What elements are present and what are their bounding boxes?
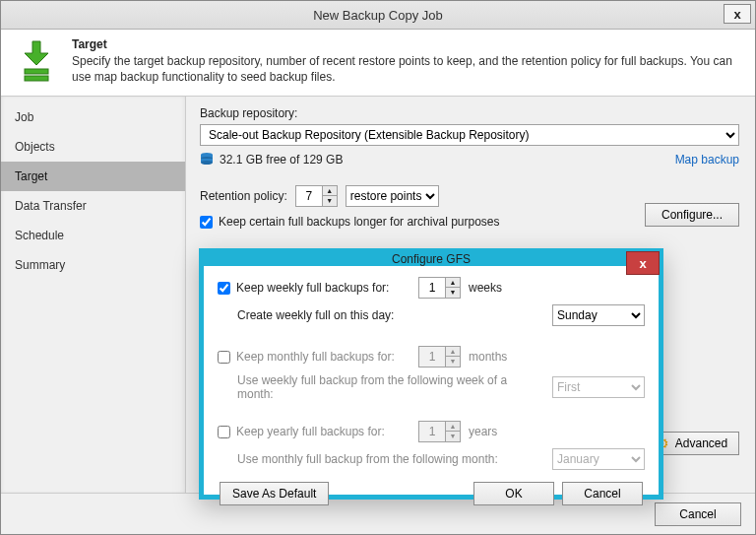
titlebar: New Backup Copy Job x — [1, 1, 755, 30]
window-close-button[interactable]: x — [724, 4, 751, 24]
gfs-save-default-button[interactable]: Save As Default — [220, 482, 329, 505]
sidebar-item-target[interactable]: Target — [1, 162, 185, 191]
spin-up-icon[interactable]: ▲ — [446, 278, 460, 288]
gfs-monthly-week-select: First — [552, 376, 645, 398]
spin-up-icon[interactable]: ▲ — [323, 186, 337, 196]
keep-full-checkbox[interactable] — [200, 216, 213, 229]
gfs-weekly-label: Keep weekly full backups for: — [236, 281, 389, 295]
sidebar-item-job[interactable]: Job — [1, 102, 185, 132]
gfs-yearly-month-select: January — [552, 448, 645, 470]
svg-rect-0 — [25, 69, 48, 74]
gfs-yearly-label: Keep yearly full backups for: — [236, 425, 385, 438]
configure-button[interactable]: Configure... — [645, 203, 739, 227]
spin-down-icon[interactable]: ▼ — [323, 196, 337, 206]
svg-point-6 — [201, 161, 213, 165]
gfs-yearly-stepper: ▲▼ — [418, 421, 461, 442]
retention-label: Retention policy: — [200, 189, 287, 203]
gfs-weekly-checkbox[interactable] — [218, 282, 230, 295]
gfs-monthly-checkbox[interactable] — [218, 351, 230, 364]
target-icon — [13, 39, 60, 86]
gfs-titlebar: Configure GFS x — [203, 252, 660, 266]
sidebar-item-objects[interactable]: Objects — [1, 132, 185, 162]
cancel-button[interactable]: Cancel — [655, 502, 741, 526]
spin-down-icon: ▼ — [446, 432, 460, 441]
gfs-monthly-label: Keep monthly full backups for: — [236, 350, 395, 364]
gfs-yearly-sub: Use monthly full backup from the followi… — [237, 452, 544, 466]
sidebar-item-datatransfer[interactable]: Data Transfer — [1, 191, 185, 221]
wizard-header: Target Specify the target backup reposit… — [1, 30, 755, 97]
gfs-yearly-unit: years — [469, 425, 497, 438]
spin-up-icon: ▲ — [446, 347, 460, 357]
gfs-ok-button[interactable]: OK — [473, 482, 554, 505]
retention-stepper[interactable]: ▲▼ — [295, 185, 338, 207]
storage-free-text: 32.1 GB free of 129 GB — [220, 153, 343, 167]
retention-value[interactable] — [296, 186, 322, 206]
spin-down-icon: ▼ — [446, 357, 460, 367]
gfs-weekly-sub: Create weekly full on this day: — [237, 308, 544, 322]
gfs-yearly-checkbox[interactable] — [218, 426, 230, 438]
svg-rect-1 — [25, 76, 48, 81]
retention-unit-select[interactable]: restore points — [346, 185, 439, 207]
repo-label: Backup repository: — [200, 106, 739, 120]
gfs-weekly-unit: weeks — [469, 281, 502, 295]
sidebar-item-schedule[interactable]: Schedule — [1, 221, 185, 250]
spin-down-icon[interactable]: ▼ — [446, 288, 460, 298]
sidebar-item-summary[interactable]: Summary — [1, 250, 185, 280]
gfs-monthly-stepper: ▲▼ — [418, 346, 461, 368]
repo-select[interactable]: Scale-out Backup Repository (Extensible … — [200, 124, 739, 146]
gfs-weekly-day-select[interactable]: Sunday — [552, 304, 645, 326]
gfs-title: Configure GFS — [203, 252, 660, 266]
gfs-cancel-button[interactable]: Cancel — [562, 482, 643, 505]
map-backup-link[interactable]: Map backup — [675, 153, 739, 167]
gfs-monthly-sub: Use weekly full backup from the followin… — [237, 373, 544, 401]
header-title: Target — [72, 37, 743, 51]
spin-up-icon: ▲ — [446, 422, 460, 432]
header-description: Specify the target backup repository, nu… — [72, 53, 743, 85]
gfs-weekly-stepper[interactable]: ▲▼ — [418, 277, 461, 299]
main-window: New Backup Copy Job x Target Specify the… — [0, 0, 756, 535]
gfs-monthly-unit: months — [469, 350, 507, 364]
disk-icon — [200, 152, 214, 167]
window-title: New Backup Copy Job — [1, 8, 755, 23]
keep-full-label: Keep certain full backups longer for arc… — [219, 215, 500, 229]
gfs-dialog: Configure GFS x Keep weekly full backups… — [199, 248, 663, 500]
wizard-sidebar: Job Objects Target Data Transfer Schedul… — [1, 97, 186, 493]
